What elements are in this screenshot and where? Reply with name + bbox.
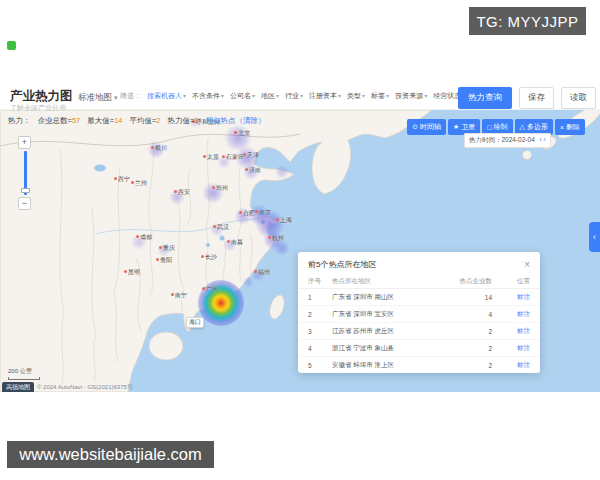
map-attribution: 高德地图 © 2024 AutoNavi - GS(2021)6375号 (2, 382, 133, 392)
clear-similar-link[interactable]: 相似热点（清除） (206, 116, 266, 125)
annotate-link[interactable]: 标注 (502, 310, 530, 319)
city-label: 西安 (174, 188, 190, 197)
zoom-slider[interactable] (24, 151, 27, 195)
chevron-down-icon: ▾ (386, 93, 389, 99)
satellite-icon: ★ (453, 123, 459, 131)
map-pin-icon (212, 186, 215, 189)
city-label: 长沙 (201, 253, 217, 262)
col-region: 热点所在地区 (332, 277, 450, 286)
stats-prefix: 热力： (8, 116, 31, 125)
map-pin-icon (202, 287, 205, 290)
panel-title: 前5个热点所在地区 (308, 259, 376, 270)
filter-label: 筛选： (120, 91, 141, 101)
city-label: 济南 (245, 166, 261, 175)
amap-logo: 高德地图 (2, 382, 34, 392)
tg-watermark-badge: TG: MYYJJPP (469, 7, 586, 35)
city-label: 郑州 (212, 184, 228, 193)
map-pin-icon (276, 218, 279, 221)
hainan-island (149, 332, 183, 360)
page-subtitle: 了解全国产业分布 (10, 103, 66, 113)
green-marker-icon (7, 41, 16, 50)
time-step-arrows[interactable]: ‹ › (540, 136, 546, 143)
map-pin-icon (213, 225, 216, 228)
city-label: 杭州 (268, 234, 284, 243)
city-label: 西宁 (114, 175, 130, 184)
filter-item-0[interactable]: 搜索机器人▾ (147, 91, 186, 101)
polygon-icon: △ (520, 123, 525, 131)
city-label: 兰州 (131, 179, 147, 188)
city-label: 银川 (151, 144, 167, 153)
map-pin-icon (203, 155, 206, 158)
filter-item-7[interactable]: 标签▾ (371, 91, 389, 101)
map-pin-icon (268, 236, 271, 239)
map-pin-icon (159, 246, 162, 249)
map-pin-icon (114, 177, 117, 180)
zoom-slider-handle[interactable] (21, 188, 30, 193)
filter-item-4[interactable]: 行业▾ (285, 91, 303, 101)
table-row: 3江苏省 苏州市 虎丘区2标注 (298, 323, 540, 340)
table-row: 1广东省 深圳市 南山区14标注 (298, 289, 540, 306)
map-pin-icon (136, 235, 139, 238)
map-style-dropdown[interactable]: 标准地图▾ (78, 92, 118, 104)
city-label: 南京 (255, 208, 271, 217)
filter-item-8[interactable]: 投资来源▾ (395, 91, 427, 101)
panel-collapse-tab[interactable]: ‹ (589, 222, 600, 252)
heat-query-button[interactable]: 热力查询 (458, 87, 512, 109)
city-label: 昆明 (124, 268, 140, 277)
annotate-link[interactable]: 标注 (502, 293, 530, 302)
city-label: 北京 (234, 129, 250, 138)
chevron-down-icon: ▾ (338, 93, 341, 99)
chevron-left-icon: ‹ (593, 232, 596, 242)
city-label: 石家庄 (222, 153, 244, 162)
map-pin-icon (124, 270, 127, 273)
chevron-down-icon: ▾ (183, 93, 186, 99)
zoom-in-button[interactable]: + (18, 136, 31, 149)
screenshot-root: TG: MYYJJPP 产业热力图 标准地图▾ 了解全国产业分布 筛选： 搜索机… (0, 0, 600, 480)
close-icon[interactable]: × (524, 261, 530, 269)
filter-item-3[interactable]: 地区▾ (261, 91, 279, 101)
heat-time-label: 热力时间：2024-02-04 (469, 136, 535, 143)
filter-row: 筛选： 搜索机器人▾不含条件▾公司名▾地区▾行业▾注册资本▾类型▾标签▾投资来源… (120, 89, 472, 102)
map-pin-icon (171, 293, 174, 296)
city-label: 福州 (254, 268, 270, 277)
heat-time-box: 热力时间：2024-02-04 ‹ › (464, 133, 551, 148)
map-pin-icon (201, 255, 204, 258)
delete-button[interactable]: ×删除 (555, 119, 585, 135)
chevron-down-icon: ▾ (221, 93, 224, 99)
copyright-text: © 2024 AutoNavi - GS(2021)6375号 (37, 383, 133, 392)
city-label: 成都 (136, 233, 152, 242)
filter-item-5[interactable]: 注册资本▾ (309, 91, 341, 101)
map-pin-icon (227, 240, 230, 243)
save-button[interactable]: 保存 (519, 87, 554, 109)
stat-2: 平均值=2 (129, 116, 160, 125)
filter-item-2[interactable]: 公司名▾ (230, 91, 255, 101)
rectangle-icon: □ (487, 124, 491, 131)
map-canvas[interactable]: 呼和浩特北京天津太原石家庄济南郑州西安银川兰州西宁成都重庆贵阳昆明武汉合肥南京上… (0, 110, 600, 392)
col-no: 序号 (308, 277, 332, 286)
city-label: 上海 (276, 216, 292, 225)
map-pin-icon (174, 190, 177, 193)
city-label: 广州 (202, 285, 218, 294)
annotate-link[interactable]: 标注 (502, 361, 530, 370)
city-label: 南宁 (171, 291, 187, 300)
city-label: 贵阳 (156, 256, 172, 265)
table-row: 2广东省 深圳市 宝安区4标注 (298, 306, 540, 323)
zoom-out-button[interactable]: − (18, 197, 31, 210)
stat-1: 最大值=14 (87, 116, 122, 125)
filter-item-1[interactable]: 不含条件▾ (192, 91, 224, 101)
city-label: 南昌 (227, 238, 243, 247)
map-pin-icon (239, 211, 242, 214)
annotate-link[interactable]: 标注 (502, 327, 530, 336)
timeline-button[interactable]: ⊙时间轴 (407, 119, 446, 135)
map-pin-icon (151, 146, 154, 149)
map-pin-icon (234, 131, 237, 134)
chevron-down-icon: ▾ (362, 93, 365, 99)
load-button[interactable]: 读取 (561, 87, 596, 109)
chevron-down-icon: ▾ (300, 93, 303, 99)
filter-item-6[interactable]: 类型▾ (347, 91, 365, 101)
header: 产业热力图 标准地图▾ 了解全国产业分布 筛选： 搜索机器人▾不含条件▾公司名▾… (0, 84, 600, 110)
annotate-link[interactable]: 标注 (502, 344, 530, 353)
table-row: 5安徽省 蚌埠市 淮上区2标注 (298, 357, 540, 374)
city-label: 重庆 (159, 244, 175, 253)
header-buttons: 热力查询 保存 读取 (458, 87, 596, 109)
